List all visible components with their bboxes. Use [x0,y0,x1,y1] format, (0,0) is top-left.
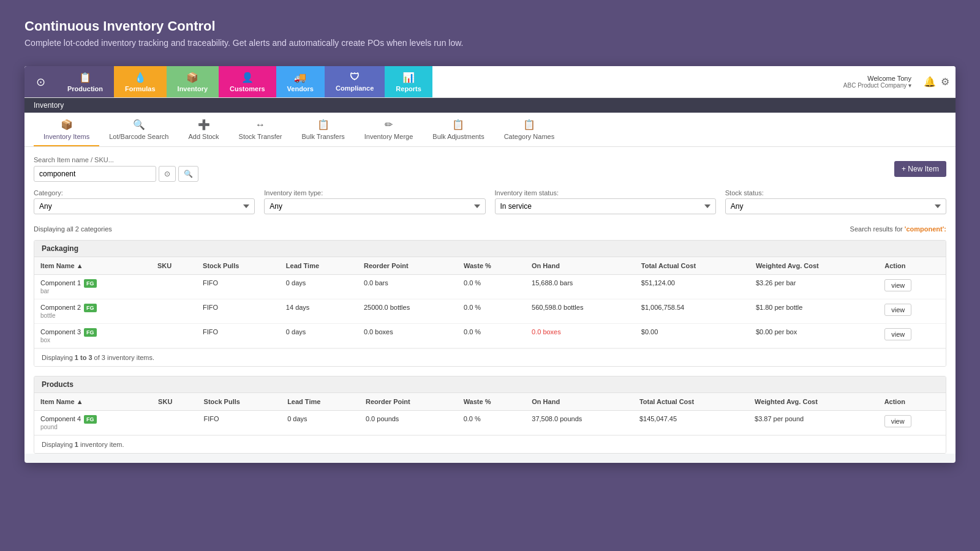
nav-item-inventory[interactable]: 📦 Inventory [167,66,219,97]
tab-lot-barcode-search[interactable]: 🔍 Lot/Barcode Search [99,113,178,146]
cell-on-hand: 0.0 boxes [526,324,635,348]
cell-on-hand: 37,508.0 pounds [526,411,633,435]
nav-user: Welcome Tony ABC Product Company ▾ [837,66,918,97]
reports-icon: 📊 [402,72,415,83]
nav-label-formulas: Formulas [125,85,156,92]
col-stock-pulls: Stock Pulls [197,257,280,275]
bell-icon[interactable]: 🔔 [924,76,936,88]
col-sku: SKU [151,257,197,275]
category-products-header: Products [34,377,946,393]
cell-total-cost: $51,124.00 [635,275,750,299]
products-table: Item Name ▲ SKU Stock Pulls Lead Time Re… [34,393,946,435]
col-waste-pct: Waste % [458,257,526,275]
nav-item-reports[interactable]: 📊 Reports [385,66,432,97]
tab-stock-transfer[interactable]: ↔ Stock Transfer [229,113,292,146]
filter-stock-status: Stock status: Any [725,189,946,214]
nav-item-customers[interactable]: 👤 Customers [219,66,276,97]
cell-stock-pulls: FIFO [197,299,280,324]
cell-reorder-point: 25000.0 bottles [358,299,458,324]
cell-waste-pct: 0.0 % [458,411,526,435]
cell-avg-cost: $1.80 per bottle [750,299,878,324]
cell-action: view [878,275,946,299]
tab-icon-bulk-transfers: 📋 [317,119,330,130]
tab-inventory-merge[interactable]: ✏ Inventory Merge [355,113,423,146]
page-title: Continuous Inventory Control [24,18,956,34]
cell-waste-pct: 0.0 % [458,299,526,324]
packaging-table-footer: Displaying 1 to 3 of 3 inventory items. [34,348,946,366]
cell-lead-time: 0 days [280,275,358,299]
cell-item-name: Component 4FG pound [34,411,152,435]
nav-item-vendors[interactable]: 🚚 Vendors [276,66,325,97]
col-reorder-point: Reorder Point [360,393,458,411]
cell-reorder-point: 0.0 pounds [360,411,458,435]
filter-stock-status-label: Stock status: [725,189,946,197]
results-row: Displaying all 2 categories Search resul… [34,225,946,236]
cell-lead-time: 0 days [281,411,360,435]
cell-action: view [878,324,946,348]
content-area: 📦 Inventory Items 🔍 Lot/Barcode Search ➕… [24,113,956,454]
view-button[interactable]: view [884,304,911,316]
badge-fg: FG [84,328,97,337]
col-lead-time: Lead Time [280,257,358,275]
filter-stock-status-select[interactable]: Any [725,198,946,214]
cell-item-name: Component 1FG bar [34,275,151,299]
nav-label-reports: Reports [396,85,421,92]
filter-item-type-select[interactable]: Any [264,198,485,214]
filter-item-status-select[interactable]: In service Any [495,198,716,214]
view-button[interactable]: view [884,279,911,291]
badge-fg: FG [84,279,97,288]
filter-category-select[interactable]: Any [34,198,255,214]
tab-icon-category-names: 📋 [523,119,535,130]
cell-reorder-point: 0.0 bars [358,275,458,299]
tab-icon-inventory-merge: ✏ [385,119,393,130]
nav-item-formulas[interactable]: 💧 Formulas [114,66,167,97]
view-button[interactable]: view [884,415,911,427]
tab-icon-stock-transfer: ↔ [255,119,265,130]
nav-item-production[interactable]: 📋 Production [56,66,114,97]
tab-inventory-items[interactable]: 📦 Inventory Items [34,113,99,146]
cell-action: view [878,299,946,324]
search-input[interactable] [34,166,156,182]
nav-label-compliance: Compliance [336,84,374,92]
tab-label-lot-barcode: Lot/Barcode Search [109,133,168,140]
col-item-name[interactable]: Item Name ▲ [34,257,151,275]
view-button[interactable]: view [884,328,911,340]
compliance-icon: 🛡 [350,72,360,83]
badge-fg: FG [84,415,97,424]
nav-label-customers: Customers [230,85,265,92]
logo-icon: ⊙ [36,75,45,89]
category-products: Products Item Name ▲ SKU Stock Pulls Lea… [34,376,946,454]
cell-item-name: Component 2FG bottle [34,299,151,324]
tab-bulk-adjustments[interactable]: 📋 Bulk Adjustments [423,113,494,146]
col-on-hand: On Hand [526,257,635,275]
col-item-name[interactable]: Item Name ▲ [34,393,152,411]
search-button[interactable]: 🔍 [178,166,198,182]
tab-category-names[interactable]: 📋 Category Names [494,113,565,146]
search-row: Search Item name / SKU... ⊙ 🔍 + New Item [34,156,946,182]
tab-icon-bulk-adjustments: 📋 [452,119,464,130]
formulas-icon: 💧 [134,72,146,83]
tab-add-stock[interactable]: ➕ Add Stock [178,113,228,146]
cell-avg-cost: $3.87 per pound [748,411,878,435]
products-table-wrapper: Item Name ▲ SKU Stock Pulls Lead Time Re… [34,393,946,435]
new-item-button[interactable]: + New Item [894,161,946,177]
cell-sku [151,275,197,299]
cell-total-cost: $0.00 [635,324,750,348]
gear-icon[interactable]: ⚙ [941,76,949,88]
top-nav: ⊙ 📋 Production 💧 Formulas 📦 Inventory 👤 … [24,66,956,98]
clear-search-button[interactable]: ⊙ [159,166,176,182]
nav-item-compliance[interactable]: 🛡 Compliance [325,66,385,97]
packaging-table: Item Name ▲ SKU Stock Pulls Lead Time Re… [34,257,946,348]
filter-item-type: Inventory item type: Any [264,189,485,214]
col-action: Action [878,257,946,275]
search-results-label: Search results for [850,225,905,233]
cell-action: view [878,411,946,435]
filter-item-status: Inventory item status: In service Any [495,189,716,214]
nav-logo: ⊙ [24,66,56,97]
tab-bar: 📦 Inventory Items 🔍 Lot/Barcode Search ➕… [24,113,956,147]
col-waste-pct: Waste % [458,393,526,411]
tab-bulk-transfers[interactable]: 📋 Bulk Transfers [292,113,355,146]
search-results-info: Search results for 'component': [850,225,946,233]
cell-total-cost: $145,047.45 [633,411,748,435]
products-table-header-row: Item Name ▲ SKU Stock Pulls Lead Time Re… [34,393,946,411]
